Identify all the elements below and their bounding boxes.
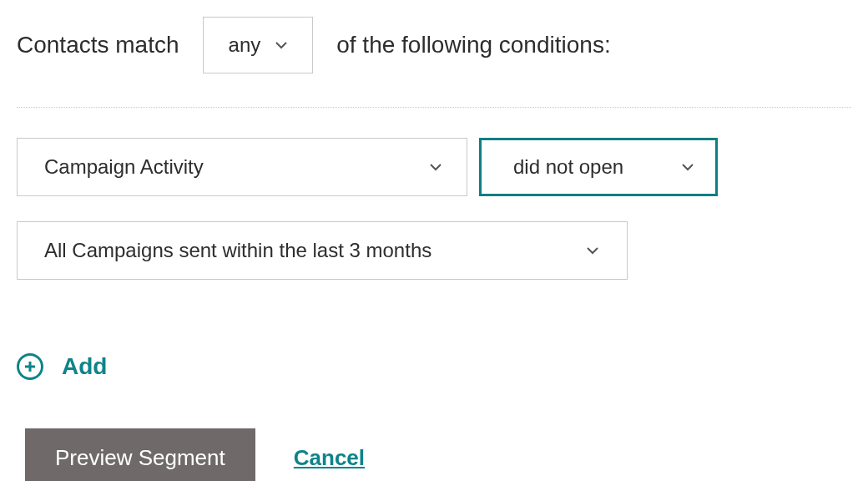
chevron-down-icon xyxy=(275,39,287,51)
match-mode-value: any xyxy=(229,33,261,57)
actions-row: Preview Segment Cancel xyxy=(25,428,851,481)
condition-scope-select[interactable]: All Campaigns sent within the last 3 mon… xyxy=(17,221,628,280)
match-row: Contacts match any of the following cond… xyxy=(17,17,851,73)
condition-scope-value: All Campaigns sent within the last 3 mon… xyxy=(44,239,431,262)
chevron-down-icon xyxy=(682,161,694,173)
cancel-link[interactable]: Cancel xyxy=(294,445,365,471)
chevron-down-icon xyxy=(587,245,598,256)
preview-segment-button[interactable]: Preview Segment xyxy=(25,428,255,481)
plus-circle-icon xyxy=(17,353,43,380)
divider xyxy=(17,107,851,108)
condition-operator-value: did not open xyxy=(513,155,623,179)
condition-field-select[interactable]: Campaign Activity xyxy=(17,138,467,196)
match-suffix-text: of the following conditions: xyxy=(336,32,610,58)
condition-field-value: Campaign Activity xyxy=(44,155,204,179)
match-prefix-text: Contacts match xyxy=(17,32,179,58)
add-condition-button[interactable]: Add xyxy=(17,353,107,380)
match-mode-select[interactable]: any xyxy=(203,17,314,73)
condition-row-2: All Campaigns sent within the last 3 mon… xyxy=(17,221,851,280)
condition-operator-select[interactable]: did not open xyxy=(479,138,718,196)
chevron-down-icon xyxy=(430,161,442,173)
condition-row-1: Campaign Activity did not open xyxy=(17,138,851,196)
add-label: Add xyxy=(62,353,107,380)
